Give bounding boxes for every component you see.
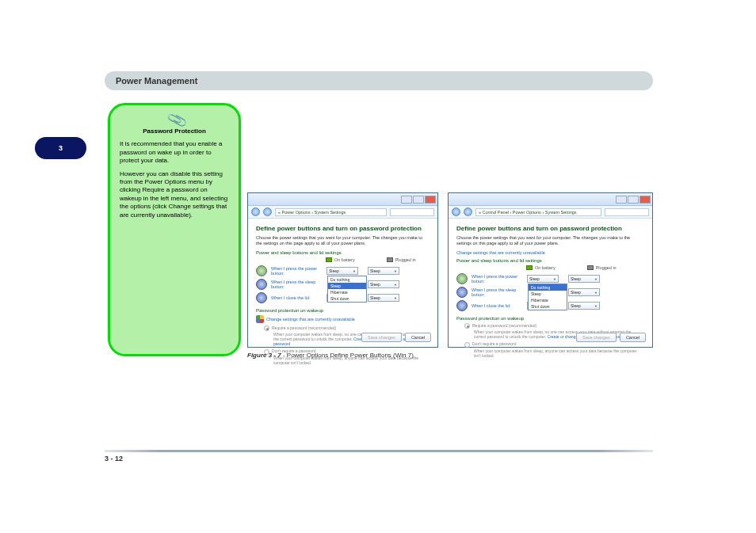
window-titlebar [248, 193, 437, 206]
save-button[interactable]: Save changes [361, 333, 402, 342]
back-icon[interactable] [452, 207, 460, 216]
dropdown-power-plugged[interactable]: Sleep [368, 267, 399, 275]
battery-icon [326, 257, 332, 262]
plug-icon [587, 265, 594, 270]
search-input[interactable] [390, 208, 434, 216]
column-headers: On battery Plugged in [326, 257, 430, 262]
dropdown-power-battery[interactable]: Sleep Do nothing Sleep Hibernate Shut do… [326, 267, 358, 275]
breadcrumb[interactable]: « Control Panel › Power Options › System… [475, 208, 601, 216]
min-btn[interactable] [616, 196, 627, 204]
window-body: Define power buttons and turn on passwor… [449, 219, 652, 364]
row-power-button: When I press the power button: Sleep Do … [456, 273, 644, 284]
screenshot-win7-right: « Control Panel › Power Options › System… [448, 192, 653, 348]
lid-icon [456, 300, 468, 311]
power-icon [256, 265, 267, 276]
plug-icon [387, 257, 393, 262]
column-headers: On battery Plugged in [526, 265, 644, 270]
change-settings-link[interactable]: Change settings that are currently unava… [456, 250, 545, 255]
close-btn[interactable] [640, 196, 651, 204]
dropdown-sleep-plugged[interactable]: Sleep [368, 280, 399, 288]
save-button[interactable]: Save changes [576, 333, 617, 342]
note-callout: 📎 Password Protection It is recommended … [108, 103, 241, 356]
dropdown-power-plugged[interactable]: Sleep [568, 275, 600, 283]
figure-caption: Figure 3 - 7 - Power Options Define Powe… [247, 352, 414, 359]
section-title: Power Management [116, 76, 197, 86]
dropdown-menu[interactable]: Do nothing Sleep Hibernate Shut down [327, 276, 367, 303]
close-btn[interactable] [425, 196, 436, 204]
section-label: Power and sleep buttons and lid settings [456, 258, 644, 263]
cancel-button[interactable]: Cancel [405, 333, 431, 342]
max-btn[interactable] [628, 196, 639, 204]
lid-icon [256, 292, 267, 303]
chapter-badge: 3 [35, 137, 86, 159]
battery-icon [526, 265, 533, 270]
dropdown-lid-plugged[interactable]: Sleep [568, 302, 600, 310]
section-label: Power and sleep buttons and lid settings [256, 250, 430, 255]
page-sub: Choose the power settings that you want … [456, 235, 644, 246]
address-bar: « Power Options › System Settings [248, 206, 437, 219]
note-p2: However you can disable this setting fro… [120, 170, 229, 219]
page-sub: Choose the power settings that you want … [256, 235, 430, 246]
fwd-icon[interactable] [464, 207, 472, 216]
dropdown-sleep-plugged[interactable]: Sleep [568, 288, 600, 296]
back-icon[interactable] [251, 207, 260, 216]
search-input[interactable] [605, 208, 649, 216]
sleep-icon [456, 287, 468, 298]
sleep-icon [256, 279, 267, 290]
dropdown-power-battery[interactable]: Sleep Do nothing Sleep Hibernate Shut do… [527, 275, 559, 283]
address-bar: « Control Panel › Power Options › System… [449, 206, 652, 219]
breadcrumb[interactable]: « Power Options › System Settings [275, 208, 387, 216]
max-btn[interactable] [413, 196, 424, 204]
note-p1: It is recommended that you enable a pass… [120, 140, 229, 165]
page-heading: Define power buttons and turn on passwor… [456, 225, 644, 232]
page-number: 3 - 12 [105, 455, 123, 463]
dropdown-lid-plugged[interactable]: Sleep [368, 294, 399, 302]
change-settings-link[interactable]: Change settings that are currently unava… [266, 317, 355, 322]
section-header: Power Management [105, 71, 653, 90]
page-heading: Define power buttons and turn on passwor… [256, 225, 430, 232]
fwd-icon[interactable] [263, 207, 272, 216]
min-btn[interactable] [401, 196, 412, 204]
power-icon [456, 273, 468, 284]
footer-divider [105, 450, 653, 452]
screenshot-win7-left: « Power Options › System Settings Define… [247, 192, 438, 348]
window-body: Define power buttons and turn on passwor… [248, 219, 437, 371]
cancel-button[interactable]: Cancel [620, 333, 646, 342]
dropdown-menu[interactable]: Do nothing Sleep Hibernate Shut down [528, 284, 567, 310]
radio-dont-require[interactable]: Don't require a password When your compu… [464, 341, 644, 357]
button-bar: Save changes Cancel [361, 333, 431, 342]
window-titlebar [449, 193, 652, 206]
button-bar: Save changes Cancel [576, 333, 646, 342]
row-power-button: When I press the power button: Sleep Do … [256, 265, 430, 276]
shield-icon [256, 315, 264, 323]
